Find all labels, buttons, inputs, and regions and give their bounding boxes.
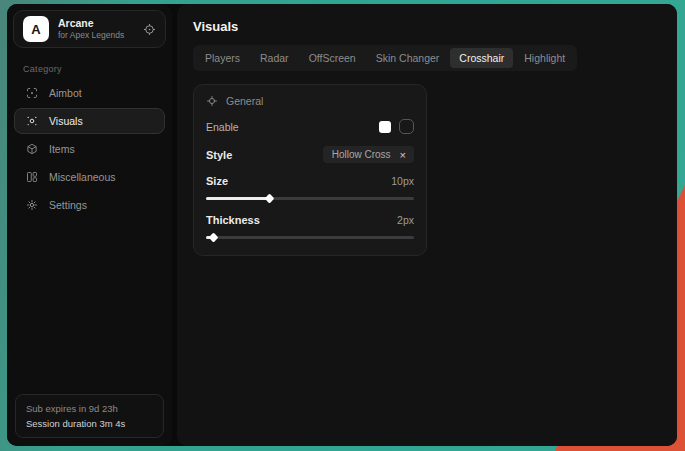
subscription-info-box: Sub expires in 9d 23h Session duration 3… (15, 394, 164, 438)
crosshair-color-swatch[interactable] (379, 121, 391, 133)
sidebar-item-label: Visuals (49, 115, 83, 127)
size-value: 10px (391, 175, 414, 187)
enable-row: Enable (206, 119, 414, 134)
thickness-label: Thickness (206, 214, 260, 226)
thickness-slider-thumb[interactable] (209, 233, 219, 243)
target-icon[interactable] (143, 23, 156, 36)
tab-players[interactable]: Players (196, 48, 249, 68)
sidebar-item-items[interactable]: Items (14, 136, 165, 162)
app-logo: A (23, 16, 49, 42)
sidebar-item-miscellaneous[interactable]: Miscellaneous (14, 164, 165, 190)
settings-gear-icon (26, 199, 38, 211)
sidebar-item-label: Settings (49, 199, 87, 211)
style-row: Style Hollow Cross × (206, 146, 414, 163)
visuals-tabstrip: Players Radar OffScreen Skin Changer Cro… (193, 45, 577, 71)
app-name: Arcane (58, 17, 124, 29)
style-select[interactable]: Hollow Cross × (323, 146, 414, 163)
size-slider-thumb[interactable] (265, 194, 275, 204)
size-label: Size (206, 175, 228, 187)
visuals-scan-icon (26, 115, 38, 127)
sidebar-item-label: Aimbot (49, 87, 82, 99)
sidebar-item-settings[interactable]: Settings (14, 192, 165, 218)
miscellaneous-grid-icon (26, 171, 38, 183)
thickness-setting: Thickness 2px (206, 214, 414, 241)
enable-label: Enable (206, 121, 239, 133)
card-header: General (206, 95, 414, 107)
category-label: Category (23, 64, 172, 74)
aimbot-viewfinder-icon (26, 87, 38, 99)
size-slider-fill (206, 197, 270, 200)
tab-skin-changer[interactable]: Skin Changer (367, 48, 449, 68)
size-setting: Size 10px (206, 175, 414, 202)
session-duration-text: Session duration 3m 4s (26, 416, 153, 431)
size-label-row: Size 10px (206, 175, 414, 187)
tab-offscreen[interactable]: OffScreen (300, 48, 365, 68)
size-slider[interactable] (206, 194, 414, 202)
sub-expires-text: Sub expires in 9d 23h (26, 401, 153, 416)
style-selected-value: Hollow Cross (332, 149, 391, 160)
sidebar-item-label: Miscellaneous (49, 171, 116, 183)
thickness-value: 2px (397, 214, 414, 226)
sidebar-nav: Aimbot Visuals (7, 80, 172, 218)
crosshair-icon (206, 95, 218, 107)
page-title: Visuals (193, 19, 661, 34)
tab-highlight[interactable]: Highlight (515, 48, 574, 68)
cheat-menu-window: A Arcane for Apex Legends Category (7, 4, 677, 446)
app-subtitle: for Apex Legends (58, 30, 124, 41)
enable-checkbox[interactable] (399, 119, 414, 134)
tab-crosshair[interactable]: Crosshair (450, 48, 513, 68)
card-title: General (226, 95, 263, 107)
sidebar-item-aimbot[interactable]: Aimbot (14, 80, 165, 106)
tab-radar[interactable]: Radar (251, 48, 298, 68)
clear-style-icon[interactable]: × (400, 150, 406, 160)
main-panel: Visuals Players Radar OffScreen Skin Cha… (177, 4, 677, 446)
style-label: Style (206, 149, 232, 161)
items-box-icon (26, 143, 38, 155)
sidebar: A Arcane for Apex Legends Category (7, 4, 172, 446)
general-settings-card: General Enable Style Hollow Cross × Size (193, 84, 427, 256)
thickness-slider[interactable] (206, 233, 414, 241)
sidebar-item-visuals[interactable]: Visuals (14, 108, 165, 134)
thickness-label-row: Thickness 2px (206, 214, 414, 226)
sidebar-item-label: Items (49, 143, 75, 155)
app-header: A Arcane for Apex Legends (13, 10, 166, 48)
thickness-slider-track[interactable] (206, 236, 414, 239)
